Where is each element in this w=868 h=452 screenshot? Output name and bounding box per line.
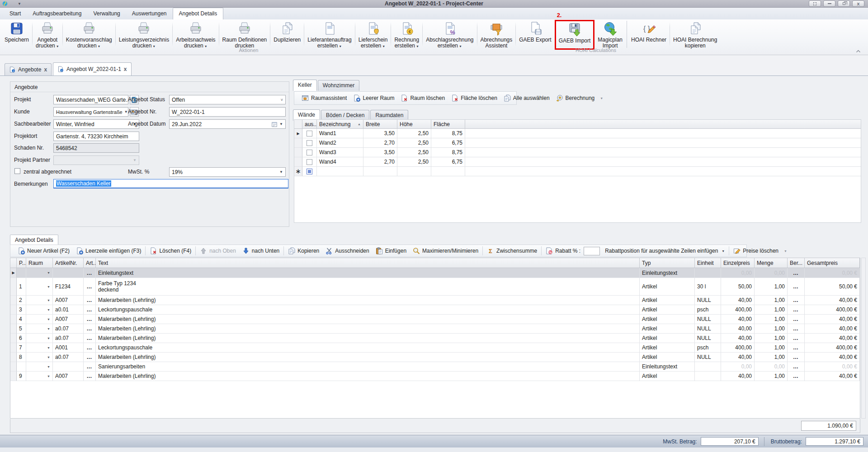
cell-art-ellipsis-button[interactable]: … [84,278,96,296]
cell-art-ellipsis-button[interactable]: … [84,372,96,381]
angebot-status-combo[interactable]: Offen˅ [169,95,286,104]
cell-text[interactable]: Malerarbeiten (Lehrling) [96,315,640,324]
cell-typ[interactable]: Artikel [640,278,695,296]
projekt-combo[interactable]: Wasserschaden_WEG Garte...▼ [53,95,128,104]
details-column-art[interactable]: Art.... [84,258,96,268]
ribbon-button-abschlagsrechnung-erstellen[interactable]: %Abschlagsrechnungerstellen▼ [423,20,476,48]
details-column-typ[interactable]: Typ [640,258,695,268]
cell-hoehe[interactable]: 2,50 [397,157,431,167]
angebot-nr-input[interactable]: W_2022-01-1 [169,107,286,117]
details-table-row[interactable]: 6▼a0.07…Malerarbeiten (Lehrling)ArtikelN… [10,334,860,343]
cell-artikelnr[interactable]: a0.07 [53,324,84,334]
details-table-row[interactable]: 8▼a0.07…Malerarbeiten (Lehrling)ArtikelN… [10,353,860,362]
cell-art-ellipsis-button[interactable]: … [84,305,96,315]
dropdown-arrow-icon[interactable]: ▼ [47,318,50,321]
ribbon-button-rechnung-erstellen[interactable]: €Rechnungerstellen▼ [392,20,422,48]
cell-gesamtpreis[interactable]: 40,00 € [805,353,860,362]
cell-artikelnr[interactable]: a0.07 [53,334,84,343]
details-toolbar-rabatt[interactable]: %Rabatt % : [542,245,584,256]
ribbon-button-magicplan-import[interactable]: MagicplanImport [595,20,625,48]
details-toolbar-rabattposition-fuer-ausgewaehlte-zeilen-einfuegen[interactable]: Rabattposition für ausgewählte Zeilen ei… [602,245,728,256]
cell-menge[interactable]: 0,00 [755,268,788,278]
cell-gesamtpreis[interactable]: 400,00 € [805,305,860,315]
cell-flaeche[interactable]: 6,75 [431,138,465,148]
room-toolbar-leerer-raum[interactable]: Leerer Raum [350,93,397,104]
cell-einheit[interactable] [695,372,721,381]
details-column-menge[interactable]: Menge [755,258,788,268]
cell-einzelpreis[interactable]: 40,00 [721,334,755,343]
ribbon-tab-angebot-details[interactable]: Angebot Details [173,8,224,20]
rabatt-percent-input[interactable] [584,247,600,255]
details-column-gesamtpreis[interactable]: Gesamtpreis [805,258,860,268]
cell-raum[interactable]: ▼ [26,305,53,315]
cell-menge[interactable]: 1,00 [755,315,788,324]
close-button[interactable]: x [852,0,864,7]
cell-art-ellipsis-button[interactable]: … [84,315,96,324]
row-checkbox[interactable] [307,140,312,146]
details-toolbar-ausschneiden[interactable]: Ausschneiden [322,245,372,256]
cell-art-ellipsis-button[interactable]: … [84,324,96,334]
cell-einheit[interactable] [695,362,721,372]
details-column-einzelpreis[interactable]: Einzelpreis [721,258,755,268]
cell-gesamtpreis[interactable]: 40,00 € [805,324,860,334]
room-toolbar-berechnung[interactable]: Berechnung [553,93,598,104]
details-table-row[interactable]: 7▼A001…LeckortungspauschaleArtikelpsch40… [10,343,860,353]
cell-artikelnr[interactable]: A007 [53,372,84,381]
dropdown-arrow-icon[interactable]: ▼ [47,346,50,349]
row-checkbox[interactable] [307,150,312,155]
room-grid-column-bezeichnung[interactable]: Bezeichnung▲ [317,120,363,129]
cell-flaeche[interactable]: 8,75 [431,129,465,138]
cell-pos[interactable]: 8 [17,353,26,362]
cell-artikelnr[interactable]: a0.07 [53,353,84,362]
room-toolbar-raumassistent[interactable]: Raumassistent [298,93,350,104]
cell-raum[interactable]: ▼ [26,324,53,334]
cell-text[interactable]: Leckortungspauschale [96,343,640,353]
room-grid-column-flaeche[interactable]: Fläche [431,120,465,129]
details-toolbar-neuer-artikel-f2[interactable]: Neuer Artikel (F2) [14,245,73,256]
cell-menge[interactable]: 0,00 [755,362,788,372]
cell-pos[interactable]: 2 [17,296,26,305]
cell-text[interactable]: Malerarbeiten (Lehrling) [96,334,640,343]
projektort-input[interactable]: Gartenstr. 4, 73230 Kirchheim [53,132,139,141]
cell-ber-ellipsis-button[interactable]: … [788,362,805,372]
cell-pos[interactable]: 5 [17,324,26,334]
cell-art-ellipsis-button[interactable]: … [84,343,96,353]
details-toolbar-leerzeile-einfuegen-f3[interactable]: Leerzeile einfügen (F3) [73,245,144,256]
details-toolbar-nach-oben[interactable]: nach Oben [197,245,239,256]
cell-ber-ellipsis-button[interactable]: … [788,305,805,315]
cell-artikelnr[interactable]: F1234 [53,278,84,296]
ribbon-tab-auswertungen[interactable]: Auswertungen [126,8,173,19]
cell-artikelnr[interactable]: A007 [53,296,84,305]
app-logo-icon[interactable] [2,1,8,6]
ribbon-button-hoai-berechnung-kopieren[interactable]: HOAI Berechnungkopieren [670,20,720,48]
cell-gesamtpreis[interactable]: 40,00 € [805,296,860,305]
collapse-ribbon-icon[interactable] [856,50,861,53]
cell-breite[interactable]: 3,50 [363,148,397,157]
angebot-datum-input[interactable]: 29.Jun.2022 ▼ [169,119,286,129]
cell-raum[interactable]: ▼ [26,343,53,353]
cell-typ[interactable]: Artikel [640,353,695,362]
room-tab-wohnzimmer[interactable]: Wohnzimmer [318,80,359,91]
cell-art-ellipsis-button[interactable]: … [84,362,96,372]
calendar-icon[interactable] [271,121,278,127]
toolbar-overflow-icon[interactable]: ▼ [598,97,605,100]
cell-einheit[interactable]: NULL [695,334,721,343]
details-table-row[interactable]: 4▼A007…Malerarbeiten (Lehrling)ArtikelNU… [10,315,860,324]
details-toolbar-preise-loeschen[interactable]: Preise löschen [730,245,782,256]
details-table-row[interactable]: 5▼a0.07…Malerarbeiten (Lehrling)ArtikelN… [10,324,860,334]
cell-raum[interactable]: ▼ [26,296,53,305]
cell-breite[interactable]: 2,70 [363,138,397,148]
cell-menge[interactable]: 1,00 [755,305,788,315]
ribbon-button-lieferschein-erstellen[interactable]: Lieferscheinerstellen▼ [356,20,391,48]
cell-pos[interactable]: 9 [17,372,26,381]
details-column-raum[interactable]: Raum [26,258,53,268]
cell-raum[interactable]: ▼ [26,315,53,324]
details-column-p[interactable]: P... [17,258,26,268]
cell-flaeche[interactable]: 8,75 [431,148,465,157]
room-grid-row[interactable]: Wand42,702,506,75 [294,157,861,167]
cell-text[interactable]: Malerarbeiten (Lehrling) [96,324,640,334]
doc-tab-angebote[interactable]: i Angebote x [5,63,52,75]
cell-menge[interactable]: 1,00 [755,334,788,343]
cell-einheit[interactable]: NULL [695,315,721,324]
cell-raum[interactable]: ▼ [26,372,53,381]
